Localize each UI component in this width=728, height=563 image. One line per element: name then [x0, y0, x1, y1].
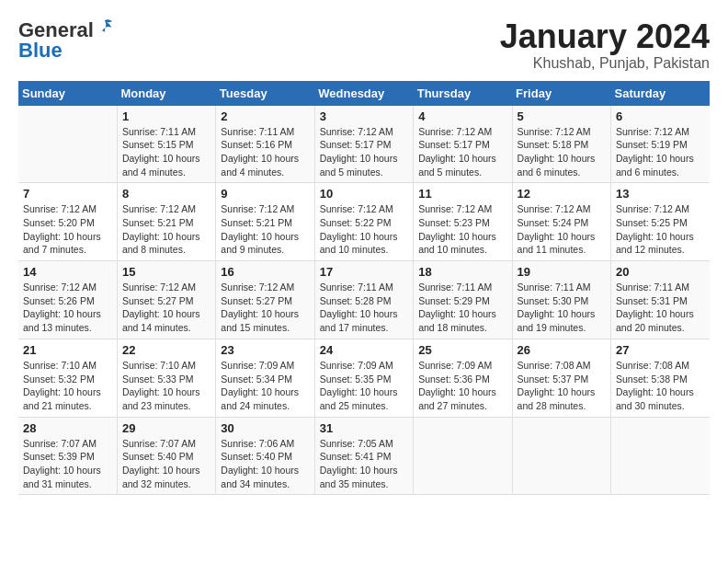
day-info: Sunrise: 7:12 AMSunset: 5:22 PMDaylight:… [320, 202, 408, 257]
day-number: 13 [616, 187, 705, 201]
day-number: 29 [122, 421, 210, 435]
day-number: 5 [518, 109, 606, 123]
day-number: 15 [122, 265, 210, 279]
day-number: 21 [23, 343, 112, 357]
day-number: 22 [122, 343, 210, 357]
day-info: Sunrise: 7:12 AMSunset: 5:17 PMDaylight:… [418, 125, 506, 179]
day-info: Sunrise: 7:11 AMSunset: 5:28 PMDaylight:… [320, 281, 408, 335]
day-info: Sunrise: 7:06 AMSunset: 5:40 PMDaylight:… [221, 437, 309, 491]
calendar-week-4: 28Sunrise: 7:07 AMSunset: 5:39 PMDayligh… [18, 417, 710, 495]
calendar-week-0: 1Sunrise: 7:11 AMSunset: 5:15 PMDaylight… [18, 106, 710, 183]
day-number: 17 [320, 265, 408, 279]
day-info: Sunrise: 7:12 AMSunset: 5:20 PMDaylight:… [23, 202, 112, 257]
day-number: 30 [221, 421, 309, 435]
logo-blue: Blue [18, 39, 114, 63]
day-number: 10 [320, 187, 408, 201]
calendar-cell: 25Sunrise: 7:09 AMSunset: 5:36 PMDayligh… [414, 339, 512, 417]
title-section: January 2024 Khushab, Punjab, Pakistan [500, 18, 710, 72]
calendar-cell: 18Sunrise: 7:11 AMSunset: 5:29 PMDayligh… [414, 261, 512, 339]
calendar-week-1: 7Sunrise: 7:12 AMSunset: 5:20 PMDaylight… [18, 183, 710, 261]
day-info: Sunrise: 7:12 AMSunset: 5:21 PMDaylight:… [122, 202, 210, 257]
day-info: Sunrise: 7:09 AMSunset: 5:36 PMDaylight:… [418, 359, 506, 413]
day-info: Sunrise: 7:11 AMSunset: 5:15 PMDaylight:… [122, 125, 210, 179]
day-number: 1 [122, 109, 210, 123]
calendar-cell: 5Sunrise: 7:12 AMSunset: 5:18 PMDaylight… [512, 106, 610, 183]
calendar-cell: 2Sunrise: 7:11 AMSunset: 5:16 PMDaylight… [216, 106, 314, 183]
day-number: 11 [418, 187, 506, 201]
day-number: 28 [23, 421, 112, 435]
header-tuesday: Tuesday [216, 81, 314, 106]
day-number: 19 [518, 265, 606, 279]
day-info: Sunrise: 7:10 AMSunset: 5:32 PMDaylight:… [23, 359, 112, 413]
calendar-cell: 28Sunrise: 7:07 AMSunset: 5:39 PMDayligh… [18, 417, 117, 495]
calendar-cell: 10Sunrise: 7:12 AMSunset: 5:22 PMDayligh… [314, 183, 413, 261]
calendar-cell: 7Sunrise: 7:12 AMSunset: 5:20 PMDaylight… [18, 183, 117, 261]
day-info: Sunrise: 7:08 AMSunset: 5:38 PMDaylight:… [616, 359, 705, 413]
calendar-cell: 21Sunrise: 7:10 AMSunset: 5:32 PMDayligh… [18, 339, 117, 417]
page-header: General Blue January 2024 Khushab, Punja… [18, 18, 710, 72]
day-number: 6 [616, 109, 705, 123]
day-info: Sunrise: 7:12 AMSunset: 5:18 PMDaylight:… [518, 125, 606, 179]
day-number: 16 [221, 265, 309, 279]
header-thursday: Thursday [414, 81, 512, 106]
day-info: Sunrise: 7:07 AMSunset: 5:40 PMDaylight:… [122, 437, 210, 491]
day-info: Sunrise: 7:11 AMSunset: 5:29 PMDaylight:… [418, 281, 506, 335]
day-info: Sunrise: 7:09 AMSunset: 5:34 PMDaylight:… [221, 359, 309, 413]
header-saturday: Saturday [611, 81, 710, 106]
day-number: 12 [518, 187, 606, 201]
calendar-week-2: 14Sunrise: 7:12 AMSunset: 5:26 PMDayligh… [18, 261, 710, 339]
day-number: 31 [320, 421, 408, 435]
calendar-cell: 16Sunrise: 7:12 AMSunset: 5:27 PMDayligh… [216, 261, 314, 339]
location-subtitle: Khushab, Punjab, Pakistan [500, 55, 710, 72]
day-number: 3 [320, 109, 408, 123]
calendar-cell: 26Sunrise: 7:08 AMSunset: 5:37 PMDayligh… [512, 339, 610, 417]
day-info: Sunrise: 7:10 AMSunset: 5:33 PMDaylight:… [122, 359, 210, 413]
day-info: Sunrise: 7:11 AMSunset: 5:16 PMDaylight:… [221, 125, 309, 179]
day-info: Sunrise: 7:12 AMSunset: 5:26 PMDaylight:… [23, 281, 112, 335]
calendar-cell [18, 106, 117, 183]
day-number: 4 [418, 109, 506, 123]
calendar-cell: 31Sunrise: 7:05 AMSunset: 5:41 PMDayligh… [314, 417, 413, 495]
day-number: 2 [221, 109, 309, 123]
logo-bird-icon [96, 18, 114, 37]
calendar-cell: 8Sunrise: 7:12 AMSunset: 5:21 PMDaylight… [117, 183, 215, 261]
calendar-cell: 20Sunrise: 7:11 AMSunset: 5:31 PMDayligh… [611, 261, 710, 339]
calendar-cell: 4Sunrise: 7:12 AMSunset: 5:17 PMDaylight… [414, 106, 512, 183]
calendar-cell: 15Sunrise: 7:12 AMSunset: 5:27 PMDayligh… [117, 261, 215, 339]
calendar-cell: 27Sunrise: 7:08 AMSunset: 5:38 PMDayligh… [611, 339, 710, 417]
day-info: Sunrise: 7:12 AMSunset: 5:27 PMDaylight:… [221, 281, 309, 335]
header-friday: Friday [512, 81, 610, 106]
day-number: 27 [616, 343, 705, 357]
calendar-cell: 17Sunrise: 7:11 AMSunset: 5:28 PMDayligh… [314, 261, 413, 339]
day-info: Sunrise: 7:12 AMSunset: 5:21 PMDaylight:… [221, 202, 309, 257]
calendar-table: Sunday Monday Tuesday Wednesday Thursday… [18, 81, 710, 496]
month-title: January 2024 [500, 18, 710, 55]
calendar-cell: 30Sunrise: 7:06 AMSunset: 5:40 PMDayligh… [216, 417, 314, 495]
header-wednesday: Wednesday [314, 81, 413, 106]
day-info: Sunrise: 7:08 AMSunset: 5:37 PMDaylight:… [518, 359, 606, 413]
calendar-body: 1Sunrise: 7:11 AMSunset: 5:15 PMDaylight… [18, 106, 710, 495]
day-info: Sunrise: 7:12 AMSunset: 5:19 PMDaylight:… [616, 125, 705, 179]
calendar-cell: 9Sunrise: 7:12 AMSunset: 5:21 PMDaylight… [216, 183, 314, 261]
calendar-cell: 22Sunrise: 7:10 AMSunset: 5:33 PMDayligh… [117, 339, 215, 417]
day-info: Sunrise: 7:09 AMSunset: 5:35 PMDaylight:… [320, 359, 408, 413]
calendar-cell: 1Sunrise: 7:11 AMSunset: 5:15 PMDaylight… [117, 106, 215, 183]
calendar-cell [414, 417, 512, 495]
day-number: 24 [320, 343, 408, 357]
calendar-cell: 23Sunrise: 7:09 AMSunset: 5:34 PMDayligh… [216, 339, 314, 417]
day-info: Sunrise: 7:12 AMSunset: 5:25 PMDaylight:… [616, 202, 705, 257]
calendar-cell: 6Sunrise: 7:12 AMSunset: 5:19 PMDaylight… [611, 106, 710, 183]
day-number: 8 [122, 187, 210, 201]
calendar-cell: 29Sunrise: 7:07 AMSunset: 5:40 PMDayligh… [117, 417, 215, 495]
calendar-cell: 11Sunrise: 7:12 AMSunset: 5:23 PMDayligh… [414, 183, 512, 261]
day-info: Sunrise: 7:12 AMSunset: 5:17 PMDaylight:… [320, 125, 408, 179]
day-number: 25 [418, 343, 506, 357]
header-sunday: Sunday [18, 81, 117, 106]
day-info: Sunrise: 7:11 AMSunset: 5:30 PMDaylight:… [518, 281, 606, 335]
calendar-header: Sunday Monday Tuesday Wednesday Thursday… [18, 81, 710, 106]
day-info: Sunrise: 7:12 AMSunset: 5:23 PMDaylight:… [418, 202, 506, 257]
day-info: Sunrise: 7:07 AMSunset: 5:39 PMDaylight:… [23, 437, 112, 491]
day-info: Sunrise: 7:12 AMSunset: 5:24 PMDaylight:… [518, 202, 606, 257]
day-number: 7 [23, 187, 112, 201]
logo: General Blue [18, 18, 114, 63]
